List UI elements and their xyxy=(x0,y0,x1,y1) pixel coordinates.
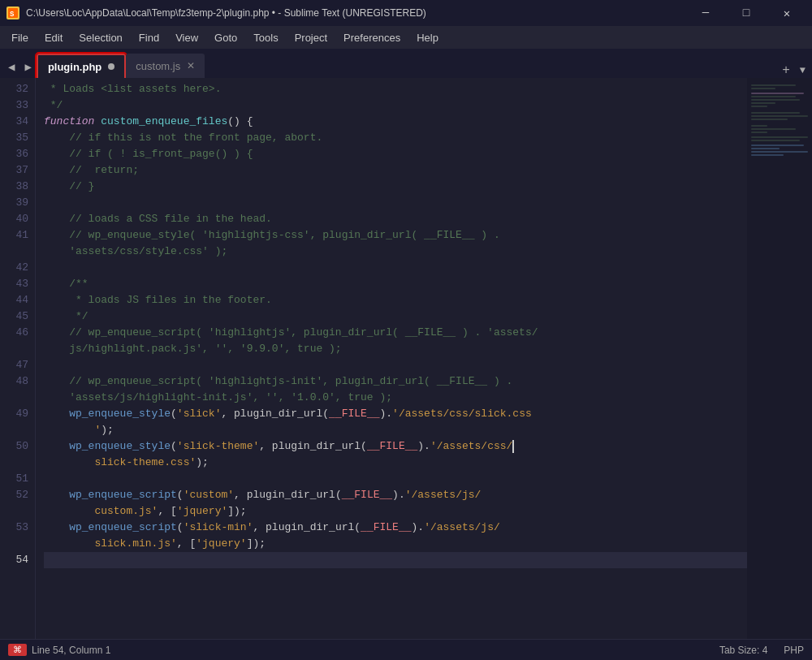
menu-edit[interactable]: Edit xyxy=(37,28,71,47)
status-git-indicator: ⌘ xyxy=(8,644,27,656)
tab-bar: ◀ ▶ plugin.php custom.js ✕ + ▼ xyxy=(0,49,812,78)
maximize-button[interactable]: □ xyxy=(728,0,765,26)
tab-prev-button[interactable]: ◀ xyxy=(3,55,19,78)
code-line-35: // if this is not the front page, abort. xyxy=(44,130,747,146)
svg-rect-21 xyxy=(751,154,784,156)
line-num-44: 44 xyxy=(3,292,28,308)
line-num-35: 35 xyxy=(3,130,28,146)
svg-rect-15 xyxy=(751,132,767,133)
menu-preferences[interactable]: Preferences xyxy=(335,28,408,47)
window-controls: ─ □ ✕ xyxy=(687,0,806,26)
tab-plugin-php-label: plugin.php xyxy=(48,61,102,73)
line-num-53b xyxy=(3,536,28,552)
svg-rect-17 xyxy=(751,140,800,141)
tab-custom-js[interactable]: custom.js ✕ xyxy=(126,54,205,78)
menu-find[interactable]: Find xyxy=(131,28,167,47)
line-num-43: 43 xyxy=(3,276,28,292)
line-num-40: 40 xyxy=(3,211,28,227)
code-line-46b: js/highlight.pack.js', '', '9.9.0', true… xyxy=(44,341,747,357)
code-line-47 xyxy=(44,357,747,373)
code-editor[interactable]: * Loads <list assets here>. */ function … xyxy=(36,78,747,639)
menu-help[interactable]: Help xyxy=(408,28,447,47)
line-num-49b xyxy=(3,422,28,438)
line-num-54: 54 xyxy=(3,552,28,568)
window-title: C:\Users\Loc\AppData\Local\Temp\fz3temp-… xyxy=(26,7,426,19)
svg-rect-5 xyxy=(751,93,804,94)
tab-custom-js-close[interactable]: ✕ xyxy=(187,60,195,71)
close-button[interactable]: ✕ xyxy=(768,0,806,26)
line-num-51: 51 xyxy=(3,471,28,487)
line-num-34: 34 xyxy=(3,114,28,130)
code-line-44: * loads JS files in the footer. xyxy=(44,292,747,308)
code-line-53: wp_enqueue_script ( 'slick-min' , plugin… xyxy=(44,520,747,536)
code-line-40: // loads a CSS file in the head. xyxy=(44,211,747,227)
svg-rect-20 xyxy=(751,151,808,153)
tab-chevron-button[interactable]: ▼ xyxy=(797,65,809,76)
menu-project[interactable]: Project xyxy=(287,28,335,47)
code-line-49b: ' ); xyxy=(44,422,747,438)
code-line-36: // if ( ! is_front_page() ) { xyxy=(44,146,747,162)
line-num-42: 42 xyxy=(3,260,28,276)
menu-selection[interactable]: Selection xyxy=(71,28,130,47)
svg-rect-18 xyxy=(751,145,804,146)
editor-area: 32 33 34 35 36 37 38 39 40 41 42 43 44 4… xyxy=(0,78,812,639)
menu-file[interactable]: File xyxy=(3,28,37,47)
status-bar: ⌘ Line 54, Column 1 Tab Size: 4 PHP xyxy=(0,639,812,660)
status-line-col: Line 54, Column 1 xyxy=(32,645,110,656)
line-num-50: 50 xyxy=(3,438,28,455)
code-line-49: wp_enqueue_style ( 'slick' , plugin_dir_… xyxy=(44,406,747,422)
line-num-48: 48 xyxy=(3,373,28,390)
svg-rect-2 xyxy=(747,78,812,639)
svg-rect-7 xyxy=(751,99,800,101)
line-num-52b xyxy=(3,503,28,520)
menu-goto[interactable]: Goto xyxy=(206,28,245,47)
tab-plugin-php[interactable]: plugin.php xyxy=(37,54,126,78)
code-line-52b: custom.js' , [ 'jquery' ]); xyxy=(44,503,747,520)
menu-bar: File Edit Selection Find View Goto Tools… xyxy=(0,26,812,49)
minimize-button[interactable]: ─ xyxy=(687,0,724,26)
line-num-33: 33 xyxy=(3,97,28,114)
app-icon: S xyxy=(6,6,19,19)
code-line-43: /** xyxy=(44,276,747,292)
code-line-34: function custom_enqueue_files () { xyxy=(44,114,747,130)
line-num-38: 38 xyxy=(3,179,28,195)
line-num-49: 49 xyxy=(3,406,28,422)
tab-next-button[interactable]: ▶ xyxy=(19,55,36,78)
title-bar: S C:\Users\Loc\AppData\Local\Temp\fz3tem… xyxy=(0,0,812,26)
minimap xyxy=(747,78,812,639)
svg-rect-12 xyxy=(751,119,788,120)
code-line-37: // return; xyxy=(44,162,747,179)
svg-rect-13 xyxy=(751,125,767,127)
code-line-52: wp_enqueue_script ( 'custom' , plugin_di… xyxy=(44,487,747,503)
svg-rect-19 xyxy=(751,148,780,149)
status-tab-size[interactable]: Tab Size: 4 xyxy=(719,645,767,656)
code-line-41: // wp_enqueue_style( 'highlightjs-css', … xyxy=(44,227,747,244)
code-line-53b: slick.min.js' , [ 'jquery' ]); xyxy=(44,536,747,552)
svg-rect-14 xyxy=(751,128,796,130)
line-num-41b xyxy=(3,244,28,260)
code-line-48b: 'assets/js/highlight-init.js', '', '1.0.… xyxy=(44,390,747,406)
menu-view[interactable]: View xyxy=(167,28,206,47)
tab-add-button[interactable]: + xyxy=(775,63,797,78)
code-line-42 xyxy=(44,260,747,276)
svg-rect-4 xyxy=(751,88,775,89)
svg-rect-16 xyxy=(751,136,808,138)
line-num-50b xyxy=(3,455,28,471)
menu-tools[interactable]: Tools xyxy=(245,28,286,47)
code-line-33: */ xyxy=(44,97,747,114)
svg-rect-3 xyxy=(751,84,796,86)
line-num-37: 37 xyxy=(3,162,28,179)
tab-custom-js-label: custom.js xyxy=(136,60,180,72)
svg-text:S: S xyxy=(10,11,15,18)
line-num-45: 45 xyxy=(3,308,28,325)
line-num-32: 32 xyxy=(3,81,28,97)
svg-rect-10 xyxy=(751,112,800,114)
code-line-41b: 'assets/css/style.css' ); xyxy=(44,244,747,260)
status-syntax[interactable]: PHP xyxy=(784,645,804,656)
code-line-50: wp_enqueue_style ( 'slick-theme' , plugi… xyxy=(44,438,747,455)
code-line-39 xyxy=(44,195,747,211)
line-num-47: 47 xyxy=(3,357,28,373)
code-line-48: // wp_enqueue_script( 'highlightjs-init'… xyxy=(44,373,747,390)
line-num-39: 39 xyxy=(3,195,28,211)
line-num-46: 46 xyxy=(3,325,28,341)
